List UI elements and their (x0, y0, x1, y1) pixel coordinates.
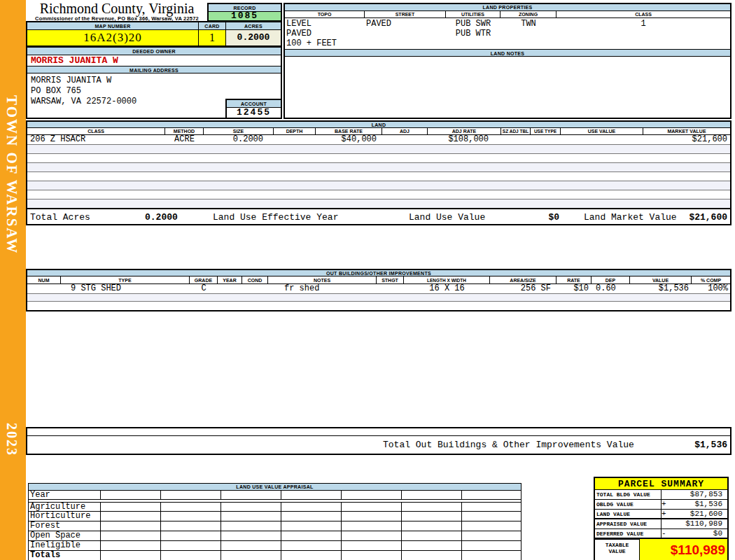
summary-sign: + (662, 500, 670, 509)
lua-cell[interactable] (402, 491, 462, 499)
lua-row[interactable]: Agriculture (29, 502, 521, 512)
card-value[interactable]: 1 (199, 30, 226, 46)
lua-cell[interactable] (342, 551, 402, 560)
lua-cell[interactable] (462, 551, 521, 560)
card-label: CARD (199, 22, 226, 30)
lua-cell[interactable] (402, 541, 462, 550)
lua-cell[interactable] (221, 512, 281, 521)
lua-cell[interactable] (281, 551, 342, 560)
lua-row[interactable]: Forest (29, 522, 521, 531)
lua-cell[interactable] (402, 503, 462, 511)
lua-cell[interactable] (101, 522, 161, 531)
utilities-line: PUB WTR (446, 29, 500, 38)
mailing-line: PO BOX 765 (31, 86, 281, 97)
lua-cell[interactable] (281, 531, 342, 540)
land-title: LAND (27, 122, 730, 128)
land-empty-row (27, 172, 730, 181)
lua-cell[interactable] (402, 512, 462, 521)
utilities-values[interactable]: PUB SWR PUB WTR (446, 18, 500, 49)
lua-cell[interactable] (462, 531, 521, 540)
lua-cell[interactable] (101, 551, 161, 560)
summary-label: TOTAL BLDG VALUE (595, 490, 662, 499)
lua-row-label: Forest (29, 522, 101, 531)
lua-cell[interactable] (281, 491, 342, 499)
lua-cell[interactable] (101, 491, 161, 499)
lua-cell[interactable] (281, 541, 342, 550)
lua-cell[interactable] (342, 512, 402, 521)
lua-cell[interactable] (101, 531, 161, 540)
col-method: METHOD (165, 128, 204, 134)
land-empty-row (27, 163, 730, 172)
lua-cell[interactable] (101, 541, 161, 550)
deeded-owner-value[interactable]: MORRIS JUANITA W (27, 55, 281, 66)
lua-cell[interactable] (462, 503, 521, 511)
land-market-value-total: $21,600 (689, 212, 727, 223)
county-header: Richmond County, Virginia Commissioner o… (27, 2, 206, 21)
lua-cell[interactable] (101, 512, 161, 521)
lua-cell[interactable] (462, 491, 521, 499)
lua-row[interactable]: Ineligible (29, 541, 521, 551)
lua-cell[interactable] (462, 512, 521, 521)
lua-cell[interactable] (221, 503, 281, 511)
lua-cell[interactable] (342, 541, 402, 550)
lua-cell[interactable] (221, 491, 281, 499)
lua-cell[interactable] (462, 522, 521, 531)
lua-cell[interactable] (402, 522, 462, 531)
lua-cell[interactable] (281, 512, 342, 521)
lua-cell[interactable] (281, 503, 342, 511)
county-title: Richmond County, Virginia (27, 2, 206, 15)
summary-value: $0 (670, 529, 724, 538)
out-building-row[interactable]: 9 STG SHED C fr shed 16 X 16 256 SF $10 … (27, 284, 730, 294)
summary-row: APPRAISED VALUE $110,989 (595, 519, 727, 529)
col-year: YEAR (218, 276, 242, 284)
lua-cell[interactable] (462, 541, 521, 550)
out-buildings-title: OUT BUILDINGS/OTHER IMPROVEMENTS (27, 270, 730, 276)
lua-cell[interactable] (221, 541, 281, 550)
lua-row[interactable]: Horticulture (29, 512, 521, 522)
lua-cell[interactable] (101, 503, 161, 511)
tax-year-label: 2023 (4, 412, 20, 468)
lua-cell[interactable] (161, 551, 221, 560)
ob-empty-row (27, 294, 730, 302)
lua-cell[interactable] (161, 512, 221, 521)
topo-values[interactable]: LEVEL PAVED 100 + FEET (285, 18, 365, 49)
zoning-line: TWN (500, 19, 556, 29)
class-values[interactable]: 1 (556, 18, 730, 49)
col-depth: DEPTH (274, 128, 316, 134)
account-value[interactable]: 12455 (227, 108, 281, 118)
lua-cell[interactable] (281, 522, 342, 531)
ob-length-width: 16 X 16 (404, 284, 490, 293)
land-empty-row (27, 190, 730, 200)
lua-cell[interactable] (221, 531, 281, 540)
acres-value[interactable]: 0.2000 (226, 30, 281, 46)
land-notes-body[interactable] (285, 57, 730, 116)
lua-cell[interactable] (161, 522, 221, 531)
lua-row-totals[interactable]: Totals (29, 551, 521, 560)
record-value[interactable]: 1085 (209, 12, 281, 20)
lua-cell[interactable] (342, 491, 402, 499)
lua-cell[interactable] (342, 531, 402, 540)
lua-cell[interactable] (221, 522, 281, 531)
map-number-label: MAP NUMBER (27, 22, 199, 30)
lua-cell[interactable] (221, 551, 281, 560)
col-class: CLASS (27, 128, 165, 134)
zoning-values[interactable]: TWN (500, 18, 556, 49)
lua-cell[interactable] (342, 503, 402, 511)
col-size: SIZE (204, 128, 274, 134)
lua-cell[interactable] (161, 491, 221, 499)
lua-cell[interactable] (161, 503, 221, 511)
map-number-value[interactable]: 16A2(3)20 (27, 30, 199, 46)
taxable-label: TAXABLE VALUE (595, 539, 640, 560)
lua-cell[interactable] (402, 531, 462, 540)
lua-row[interactable]: Open Space (29, 531, 521, 541)
lua-cell[interactable] (402, 551, 462, 560)
summary-value: $1,536 (670, 500, 724, 509)
summary-label: OBLDG VALUE (595, 500, 662, 509)
lua-row-label: Horticulture (29, 512, 101, 521)
lua-row[interactable]: Year (29, 491, 521, 500)
street-values[interactable]: PAVED (365, 18, 446, 49)
land-data-row[interactable]: 206 Z HSACR ACRE 0.2000 $40,000 $108,000… (27, 135, 730, 145)
lua-cell[interactable] (161, 531, 221, 540)
lua-cell[interactable] (342, 522, 402, 531)
lua-cell[interactable] (161, 541, 221, 550)
